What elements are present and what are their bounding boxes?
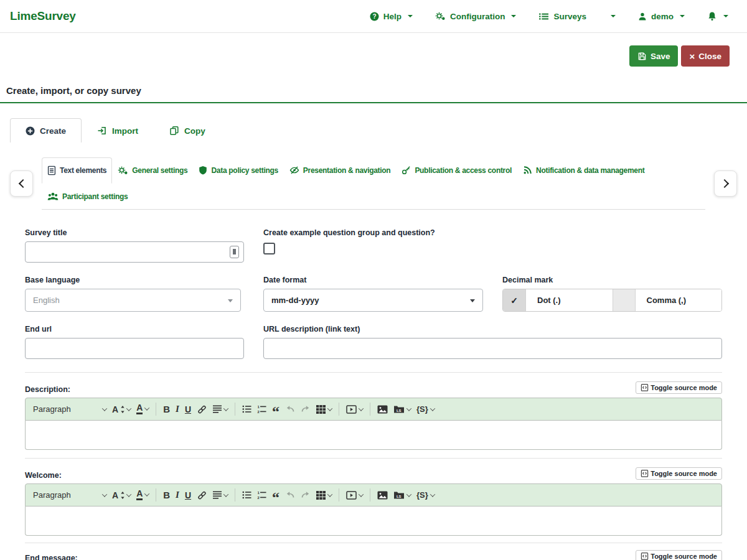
font-size-dropdown[interactable]: A bbox=[112, 491, 131, 500]
tab-copy[interactable]: Copy bbox=[154, 118, 221, 142]
welcome-editor-area[interactable] bbox=[25, 506, 722, 536]
end-message-section: End message: Toggle source mode bbox=[25, 550, 722, 560]
blockquote-button[interactable]: “ bbox=[272, 406, 280, 413]
font-color-dropdown[interactable]: A bbox=[136, 404, 149, 414]
table-dropdown[interactable] bbox=[316, 405, 332, 414]
surveys-menu[interactable]: Surveys bbox=[538, 12, 586, 21]
surveys-caret-dropdown[interactable] bbox=[609, 15, 616, 17]
date-format-select[interactable]: mm-dd-yyyy bbox=[263, 289, 483, 312]
toggle-source-mode-button[interactable]: Toggle source mode bbox=[636, 467, 722, 480]
bold-button[interactable]: B bbox=[163, 490, 170, 500]
section-divider bbox=[25, 372, 722, 373]
tab-copy-label: Copy bbox=[184, 126, 205, 136]
bullet-list-button[interactable] bbox=[242, 405, 251, 413]
font-color-icon: A bbox=[136, 404, 143, 414]
user-icon bbox=[638, 12, 647, 21]
tab-create[interactable]: Create bbox=[10, 118, 82, 142]
tab-label: Notification & data management bbox=[536, 166, 644, 175]
top-navbar: LimeSurvey ? Help Configuration bbox=[0, 0, 747, 33]
date-format-value: mm-dd-yyyy bbox=[271, 296, 319, 305]
plus-circle-icon bbox=[26, 126, 35, 136]
paragraph-style-dropdown[interactable]: Paragraph bbox=[33, 491, 106, 499]
numbered-list-button[interactable]: 1 2 bbox=[257, 491, 266, 500]
help-menu[interactable]: ? Help bbox=[370, 12, 413, 21]
chevron-down-icon bbox=[359, 492, 364, 497]
example-question-checkbox[interactable] bbox=[263, 243, 275, 254]
tab-general-settings[interactable]: General settings bbox=[112, 157, 193, 184]
table-dropdown[interactable] bbox=[316, 491, 332, 500]
chevron-down-icon bbox=[102, 492, 107, 497]
limesurvey-logo[interactable]: LimeSurvey bbox=[10, 9, 76, 23]
redo-button[interactable] bbox=[301, 491, 311, 499]
source-code-icon bbox=[641, 383, 649, 392]
align-dropdown[interactable] bbox=[213, 405, 228, 413]
file-manager-dropdown[interactable]: LS bbox=[393, 404, 411, 414]
close-button[interactable]: × Close bbox=[681, 45, 730, 67]
description-editor-area[interactable] bbox=[25, 421, 722, 450]
scroll-tabs-right-button[interactable] bbox=[714, 170, 737, 197]
tab-notification-data-management[interactable]: Notification & data management bbox=[517, 157, 650, 183]
survey-title-input[interactable] bbox=[25, 241, 244, 263]
link-button[interactable] bbox=[197, 404, 207, 414]
file-manager-dropdown[interactable]: LS bbox=[393, 490, 411, 500]
tab-participant-settings[interactable]: Participant settings bbox=[42, 184, 133, 209]
save-label: Save bbox=[651, 52, 670, 61]
url-description-input[interactable] bbox=[263, 338, 722, 359]
ls-placeholder-icon[interactable] bbox=[230, 246, 239, 258]
media-dropdown[interactable] bbox=[346, 491, 363, 500]
undo-button[interactable] bbox=[285, 491, 295, 499]
save-icon bbox=[637, 52, 647, 61]
undo-button[interactable] bbox=[285, 405, 295, 413]
placeholder-dropdown[interactable]: {S} bbox=[416, 491, 435, 499]
user-menu[interactable]: demo bbox=[638, 12, 685, 21]
import-icon bbox=[97, 126, 107, 136]
table-icon bbox=[316, 405, 326, 414]
save-button[interactable]: Save bbox=[629, 45, 679, 67]
notifications-menu[interactable] bbox=[707, 11, 728, 22]
paragraph-style-dropdown[interactable]: Paragraph bbox=[33, 405, 106, 413]
tab-import[interactable]: Import bbox=[82, 118, 154, 142]
font-color-icon: A bbox=[136, 490, 143, 500]
toolbar-divider bbox=[156, 403, 156, 416]
tab-text-elements[interactable]: Text elements bbox=[42, 157, 112, 184]
toolbar-divider bbox=[370, 488, 370, 502]
form-row-3: End url URL description (link text) bbox=[25, 325, 722, 359]
placeholder-dropdown[interactable]: {S} bbox=[416, 405, 435, 413]
font-size-dropdown[interactable]: A bbox=[112, 405, 131, 414]
description-section: Description: Toggle source mode Paragrap… bbox=[25, 381, 722, 450]
underline-button[interactable]: U bbox=[185, 491, 191, 500]
end-message-label: End message: bbox=[25, 554, 78, 560]
italic-button[interactable]: I bbox=[176, 404, 179, 414]
numbered-list-button[interactable]: 1 2 bbox=[257, 405, 266, 414]
tab-presentation-navigation[interactable]: Presentation & navigation bbox=[284, 157, 397, 183]
source-code-icon bbox=[641, 469, 649, 478]
decimal-comma-check[interactable] bbox=[613, 289, 636, 311]
rich-text-toolbar: Paragraph A A B I U bbox=[25, 483, 722, 506]
font-color-dropdown[interactable]: A bbox=[136, 490, 149, 500]
redo-button[interactable] bbox=[301, 405, 311, 413]
toggle-source-mode-button[interactable]: Toggle source mode bbox=[636, 381, 722, 394]
bold-button[interactable]: B bbox=[163, 404, 170, 414]
tab-publication-access-control[interactable]: Publication & access control bbox=[396, 157, 517, 183]
blockquote-button[interactable]: “ bbox=[272, 492, 280, 499]
tab-data-policy-settings[interactable]: Data policy settings bbox=[193, 157, 283, 184]
bullet-list-button[interactable] bbox=[242, 491, 251, 499]
toggle-source-mode-button[interactable]: Toggle source mode bbox=[636, 550, 722, 560]
image-button[interactable] bbox=[377, 491, 388, 500]
decimal-dot-check[interactable]: ✓ bbox=[503, 289, 526, 311]
form-row-1: Survey title Create example question gro… bbox=[25, 228, 722, 263]
align-dropdown[interactable] bbox=[213, 491, 228, 499]
bold-icon: B bbox=[163, 490, 170, 500]
configuration-menu[interactable]: Configuration bbox=[435, 11, 516, 21]
italic-button[interactable]: I bbox=[176, 490, 179, 500]
end-url-input[interactable] bbox=[25, 338, 244, 359]
base-language-select[interactable]: English bbox=[25, 289, 241, 312]
media-dropdown[interactable] bbox=[346, 405, 363, 414]
link-button[interactable] bbox=[197, 490, 207, 500]
decimal-comma-option[interactable]: Comma (,) bbox=[636, 289, 722, 311]
underline-button[interactable]: U bbox=[185, 405, 191, 414]
svg-text:2: 2 bbox=[257, 496, 260, 500]
image-button[interactable] bbox=[377, 405, 388, 414]
decimal-dot-option[interactable]: Dot (.) bbox=[526, 289, 613, 311]
scroll-tabs-left-button[interactable] bbox=[10, 170, 33, 197]
